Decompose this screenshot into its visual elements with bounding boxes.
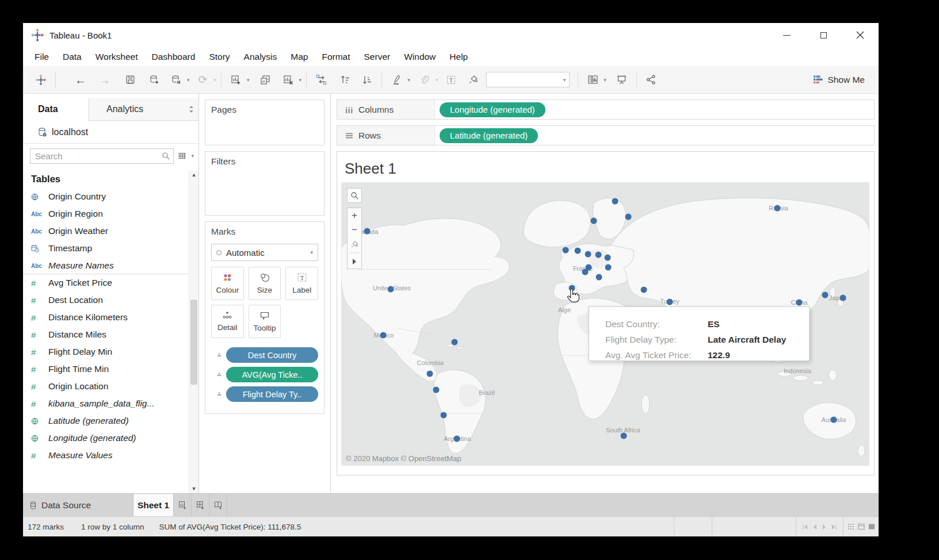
close-button[interactable] (842, 23, 879, 47)
label-button[interactable]: T Label (285, 267, 318, 300)
new-worksheet-caret-icon[interactable]: ▾ (247, 77, 250, 83)
menu-item[interactable]: File (28, 47, 56, 66)
map-zoom-in-button[interactable]: + (348, 208, 361, 223)
field-row[interactable]: # Origin Location (23, 378, 199, 395)
field-row[interactable]: # Avg Ticket Price (23, 274, 199, 291)
first-sheet-icon[interactable] (803, 524, 808, 530)
pane-toggle-icon[interactable] (184, 98, 199, 120)
map-pin-button[interactable] (348, 237, 361, 251)
undo-icon[interactable]: ← (71, 70, 90, 90)
colour-button[interactable]: Colour (211, 267, 244, 300)
last-sheet-icon[interactable] (831, 524, 837, 530)
tableau-home-icon[interactable] (31, 70, 51, 90)
detail-button[interactable]: Detail (211, 305, 244, 338)
new-worksheet-tab-button[interactable] (174, 494, 192, 516)
size-button[interactable]: Size (249, 267, 281, 300)
map-zoom-out-button[interactable]: − (348, 223, 361, 237)
clear-sheet-icon[interactable] (278, 70, 298, 90)
map-mark-dot[interactable] (605, 255, 611, 261)
map-mark-dot[interactable] (380, 332, 387, 339)
scroll-down-icon[interactable]: ▼ (189, 484, 199, 493)
map-mark-dot[interactable] (796, 300, 803, 306)
pill-dest-country[interactable]: Dest Country (226, 347, 318, 363)
highlight-icon[interactable] (387, 70, 406, 90)
columns-shelf[interactable]: Columns Longitude (generated) (337, 99, 875, 120)
map-mark-dot[interactable] (582, 269, 589, 275)
new-data-source-icon[interactable] (144, 70, 164, 90)
menu-item[interactable]: Story (202, 47, 236, 66)
mark-type-select[interactable]: Automatic ▾ (211, 244, 318, 261)
pages-shelf[interactable]: Pages (205, 99, 325, 145)
field-row[interactable]: Abc Origin Weather (23, 223, 199, 240)
clear-sheet-caret-icon[interactable]: ▾ (299, 77, 302, 83)
view-as-grid-icon[interactable] (178, 152, 186, 160)
new-dashboard-tab-button[interactable] (192, 494, 209, 516)
show-hide-cards-caret-icon[interactable]: ▾ (604, 77, 606, 83)
rows-shelf[interactable]: Rows Latitude (generated) (337, 125, 875, 145)
map-mark-dot[interactable] (585, 251, 591, 258)
fields-scrollbar[interactable]: ▲ ▼ (189, 170, 199, 493)
field-row[interactable]: Abc Measure Names (23, 257, 199, 274)
tab-sheet-1[interactable]: Sheet 1 (133, 494, 174, 516)
map-mark-dot[interactable] (605, 264, 612, 271)
map-mark-dot[interactable] (831, 417, 837, 423)
map-view[interactable]: CanadaUnited StatesMexicoColombiaBrazilA… (341, 182, 869, 466)
menu-item[interactable]: Analysis (237, 47, 284, 66)
map-mark-dot[interactable] (822, 292, 829, 298)
show-sheet-icon[interactable] (868, 523, 875, 530)
map-mark-dot[interactable] (364, 228, 371, 235)
field-row[interactable]: Abc Origin Region (23, 205, 199, 223)
map-mark-dot[interactable] (596, 252, 602, 258)
scroll-up-icon[interactable]: ▲ (189, 170, 199, 179)
previous-sheet-icon[interactable] (813, 524, 817, 530)
maximize-button[interactable] (805, 23, 842, 47)
search-input[interactable] (30, 151, 162, 161)
map-mark-dot[interactable] (612, 198, 619, 205)
map-mark-dot[interactable] (596, 274, 602, 281)
map-mark-dot[interactable] (441, 412, 447, 419)
data-source-connection[interactable]: localhost (23, 121, 199, 144)
presentation-mode-icon[interactable] (612, 70, 632, 90)
pill-latitude[interactable]: Latitude (generated) (440, 128, 538, 143)
pause-auto-updates-icon[interactable] (166, 70, 186, 90)
sort-ascending-icon[interactable] (335, 70, 355, 90)
map-mark-dot[interactable] (667, 299, 673, 305)
map-mark-dot[interactable] (433, 387, 440, 393)
pill-longitude[interactable]: Longitude (generated) (440, 102, 545, 117)
map-search-button[interactable] (347, 188, 362, 203)
field-row[interactable]: Longitude (generated) (23, 429, 199, 447)
map-mark-dot[interactable] (427, 371, 433, 377)
new-worksheet-icon[interactable] (226, 70, 246, 90)
map-mark-dot[interactable] (388, 286, 394, 293)
pill-flight-delay-type[interactable]: Flight Delay Ty.. (226, 386, 318, 402)
show-filmstrip-icon[interactable] (858, 523, 865, 530)
field-row[interactable]: # Flight Delay Min (23, 343, 199, 360)
menu-item[interactable]: Server (357, 47, 398, 66)
tab-data-source[interactable]: Data Source (23, 494, 133, 516)
map-mark-dot[interactable] (621, 433, 627, 439)
field-row[interactable]: # Distance Kilometers (23, 309, 199, 326)
pill-avg-ticket[interactable]: AVG(Avg Ticke.. (226, 367, 318, 382)
sort-descending-icon[interactable] (357, 70, 377, 90)
filters-shelf[interactable]: Filters (205, 151, 325, 216)
redo-icon[interactable]: → (95, 70, 114, 90)
search-box[interactable] (30, 148, 174, 164)
menu-item[interactable]: Window (397, 47, 442, 66)
field-row[interactable]: Origin Country (23, 188, 199, 205)
map-mark-dot[interactable] (774, 205, 781, 212)
tab-analytics[interactable]: Analytics (89, 98, 184, 120)
show-mark-labels-icon[interactable]: T (441, 70, 461, 90)
field-list-options-caret-icon[interactable]: ▾ (191, 153, 194, 159)
show-me-button[interactable]: Show Me (814, 75, 865, 85)
menu-item[interactable]: Help (442, 47, 475, 66)
field-row[interactable]: Latitude (generated) (23, 412, 199, 429)
field-row[interactable]: # Distance Miles (23, 326, 199, 343)
share-icon[interactable] (642, 70, 661, 90)
field-row[interactable]: # Flight Time Min (23, 360, 199, 378)
new-story-tab-button[interactable] (209, 494, 227, 516)
menu-item[interactable]: Map (284, 47, 315, 66)
menu-item[interactable]: Data (56, 47, 89, 66)
minimize-button[interactable] (768, 23, 805, 47)
show-hide-cards-icon[interactable] (583, 70, 602, 90)
field-row[interactable]: # Measure Values (23, 447, 199, 464)
